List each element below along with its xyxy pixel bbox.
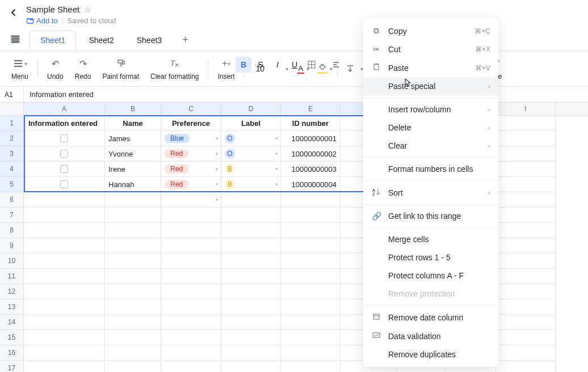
row-header[interactable]: 5 xyxy=(0,177,24,192)
row-header[interactable]: 9 xyxy=(0,238,24,253)
cell[interactable]: James xyxy=(105,131,161,146)
menu-remove-protection: Remove protection xyxy=(363,285,498,303)
menu-paste[interactable]: Paste⌘+V xyxy=(363,58,498,77)
add-sheet-button[interactable]: + xyxy=(174,29,196,50)
row-header[interactable]: 14 xyxy=(0,315,24,330)
checkbox[interactable] xyxy=(60,180,68,188)
col-header-E[interactable]: E xyxy=(281,103,341,115)
menu-format-numbers[interactable]: Format numbers in cells xyxy=(363,160,498,178)
row-header[interactable]: 15 xyxy=(0,330,24,345)
cell[interactable]: Hannah xyxy=(105,177,161,192)
row-header[interactable]: 6 xyxy=(0,192,24,208)
dropdown-icon[interactable]: ▾ xyxy=(275,136,278,141)
doc-title[interactable]: Sample Sheet xyxy=(26,5,79,14)
menu-data-validation[interactable]: Data validation xyxy=(363,327,498,345)
col-header-C[interactable]: C xyxy=(161,103,221,115)
menu-delete[interactable]: Delete› xyxy=(363,119,498,137)
cell[interactable]: Irene xyxy=(105,162,161,177)
add-to-button[interactable]: Add to xyxy=(26,16,58,25)
dropdown-icon[interactable]: ▾ xyxy=(216,136,219,141)
sheets-icon[interactable] xyxy=(8,32,23,49)
cell[interactable] xyxy=(496,116,556,131)
menu-remove-duplicates[interactable]: Remove duplicates xyxy=(363,345,498,363)
menu-sort[interactable]: AZSort› xyxy=(363,183,498,202)
back-button[interactable] xyxy=(7,6,20,22)
clear-formatting-button[interactable]: T✕Clear formatting xyxy=(146,56,203,82)
dropdown-icon[interactable]: ▾ xyxy=(216,197,219,202)
row-header[interactable]: 8 xyxy=(0,223,24,238)
row-header[interactable]: 1 xyxy=(0,116,24,131)
tab-sheet3[interactable]: Sheet3 xyxy=(127,31,172,49)
chip[interactable]: Red xyxy=(165,149,188,158)
row-header[interactable]: 13 xyxy=(0,299,24,315)
row-header[interactable]: 11 xyxy=(0,269,24,284)
dropdown-icon[interactable]: ▾ xyxy=(275,181,278,187)
menu-button[interactable]: ▾ Menu xyxy=(7,56,33,82)
paint-icon xyxy=(116,57,125,70)
tab-sheet2[interactable]: Sheet2 xyxy=(78,31,124,49)
cell[interactable]: Name xyxy=(105,116,161,131)
dropdown-icon[interactable]: ▾ xyxy=(216,151,219,157)
cell[interactable]: Information entered xyxy=(24,116,105,131)
menu-copy[interactable]: ⧉Copy⌘+C xyxy=(363,22,498,40)
cell[interactable]: ID number xyxy=(281,116,341,131)
underline-button[interactable]: U xyxy=(287,57,303,73)
star-icon[interactable]: ☆ xyxy=(84,5,91,14)
col-header-I[interactable]: I xyxy=(496,103,556,115)
cell[interactable]: 10000000004 xyxy=(281,177,341,192)
row-header[interactable]: 10 xyxy=(0,253,24,269)
tab-sheet1[interactable]: Sheet1 xyxy=(30,31,76,50)
cell[interactable]: 10000000002 xyxy=(281,146,341,162)
italic-button[interactable]: I xyxy=(270,57,285,73)
checkbox[interactable] xyxy=(60,150,68,158)
cell[interactable]: Yvonne xyxy=(105,146,161,162)
chip[interactable]: B xyxy=(225,179,235,189)
cell[interactable]: 10000000003 xyxy=(281,162,341,177)
col-header-A[interactable]: A xyxy=(24,103,105,115)
chip[interactable]: Blue xyxy=(165,134,190,143)
menu-cut[interactable]: ✂Cut⌘+X xyxy=(363,40,498,58)
chip[interactable]: B xyxy=(225,164,235,174)
chip[interactable]: O xyxy=(225,133,235,143)
menu-get-link[interactable]: 🔗Get link to this range xyxy=(363,207,498,225)
strikethrough-button[interactable]: S xyxy=(253,57,268,73)
row-header[interactable]: 2 xyxy=(0,131,24,146)
menu-remove-date-column[interactable]: Remove date column xyxy=(363,308,498,327)
cell[interactable]: 10000000001 xyxy=(281,131,341,146)
chip[interactable]: Red xyxy=(165,164,188,174)
border-button[interactable] xyxy=(304,57,320,73)
cell-address[interactable]: A1 xyxy=(0,87,24,102)
cell[interactable]: Label xyxy=(221,116,281,131)
menu-clear[interactable]: Clear› xyxy=(363,137,498,155)
menu-protect-rows[interactable]: Protect rows 1 - 5 xyxy=(363,248,498,267)
dropdown-icon[interactable]: ▾ xyxy=(275,151,278,157)
cell[interactable]: Preference xyxy=(161,116,221,131)
checkbox[interactable] xyxy=(60,134,68,142)
valign-button[interactable] xyxy=(342,61,358,77)
row-header[interactable]: 4 xyxy=(0,162,24,177)
row-header[interactable]: 7 xyxy=(0,208,24,223)
checkbox[interactable] xyxy=(60,165,68,173)
grid-body[interactable]: 1 Information entered Name Preference La… xyxy=(0,116,588,372)
col-header-D[interactable]: D xyxy=(221,103,281,115)
row-header[interactable]: 12 xyxy=(0,284,24,299)
dropdown-icon[interactable]: ▾ xyxy=(216,181,219,187)
col-header-B[interactable]: B xyxy=(105,103,161,115)
menu-insert-row-col[interactable]: Insert row/column› xyxy=(363,100,498,119)
redo-button[interactable]: ↷Redo xyxy=(70,56,96,82)
menu-paste-special[interactable]: Paste special› xyxy=(363,77,498,95)
row-header[interactable]: 3 xyxy=(0,146,24,162)
dropdown-icon[interactable]: ▾ xyxy=(216,166,219,172)
paint-format-button[interactable]: Paint format xyxy=(98,56,144,82)
cell-value[interactable]: Information entered xyxy=(24,87,99,102)
row-header[interactable]: 16 xyxy=(0,345,24,361)
menu-protect-cols[interactable]: Protect columns A - F xyxy=(363,267,498,285)
chip[interactable]: Red xyxy=(165,180,188,189)
row-header[interactable]: 17 xyxy=(0,361,24,372)
align-left-button[interactable] xyxy=(328,57,344,73)
chip[interactable]: O xyxy=(225,149,235,159)
undo-button[interactable]: ↶Undo xyxy=(43,56,68,82)
dropdown-icon[interactable]: ▾ xyxy=(275,166,278,172)
menu-merge-cells[interactable]: Merge cells xyxy=(363,230,498,248)
bold-button[interactable]: B xyxy=(236,57,251,73)
